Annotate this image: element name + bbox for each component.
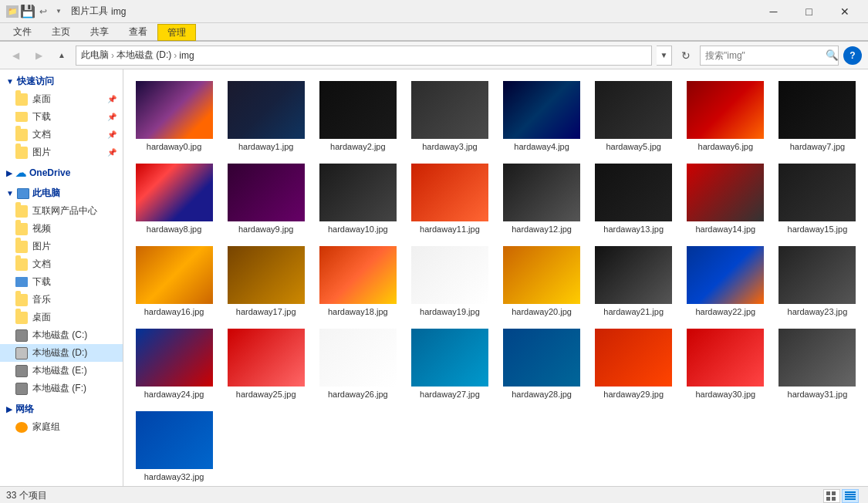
sidebar-item-desktop[interactable]: 桌面 📌 [0, 90, 123, 108]
pin-icon: 📌 [107, 148, 117, 157]
file-name: hardaway18.jpg [328, 307, 388, 316]
file-item[interactable]: hardaway18.jpg [313, 241, 402, 320]
file-item[interactable]: hardaway16.jpg [130, 241, 218, 320]
up-button[interactable]: ▲ [52, 46, 71, 65]
folder-icon [15, 258, 28, 271]
sidebar-item-downloads[interactable]: 下载 📌 [0, 108, 123, 126]
file-name: hardaway24.jpg [144, 390, 204, 399]
file-thumbnail [778, 246, 856, 304]
sidebar-item-downloads2[interactable]: 下载 [0, 273, 123, 291]
path-thispc[interactable]: 此电脑 [81, 49, 109, 62]
sidebar-drive-d[interactable]: 本地磁盘 (D:) [0, 344, 123, 362]
file-item[interactable]: hardaway23.jpg [773, 241, 862, 320]
folder-icon [15, 93, 28, 106]
qat-undo[interactable]: ↩ [37, 5, 49, 18]
file-item[interactable]: hardaway7.jpg [773, 76, 862, 155]
qat-dropdown[interactable]: ▼ [52, 5, 65, 18]
file-item[interactable]: hardaway3.jpg [405, 76, 494, 155]
svg-rect-7 [845, 498, 856, 500]
file-item[interactable]: hardaway31.jpg [773, 323, 862, 403]
minimize-button[interactable]: ─ [756, 0, 791, 23]
tab-view[interactable]: 查看 [119, 23, 157, 40]
sidebar-item-homegroup[interactable]: 家庭组 [0, 418, 123, 436]
sidebar-drive-f[interactable]: 本地磁盘 (F:) [0, 380, 123, 397]
file-item[interactable]: hardaway22.jpg [681, 241, 770, 320]
file-item[interactable]: hardaway13.jpg [589, 158, 678, 238]
file-item[interactable]: hardaway6.jpg [681, 76, 770, 155]
forward-button[interactable]: ▶ [29, 46, 48, 65]
search-button[interactable]: 🔍 [826, 46, 839, 66]
file-name: hardaway14.jpg [695, 224, 755, 234]
path-drive[interactable]: 本地磁盘 (D:) [117, 49, 171, 62]
sidebar-item-music[interactable]: 音乐 [0, 291, 123, 309]
file-item[interactable]: hardaway17.jpg [221, 241, 310, 320]
tab-share[interactable]: 共享 [80, 23, 119, 40]
tab-manage[interactable]: 管理 [157, 24, 196, 41]
tab-file[interactable]: 文件 [3, 23, 42, 40]
file-name: hardaway22.jpg [695, 307, 755, 316]
file-item[interactable]: hardaway32.jpg [130, 406, 218, 485]
ribbon-tool-label: 图片工具 [71, 5, 108, 18]
file-item[interactable]: hardaway1.jpg [221, 76, 310, 155]
sidebar-item-internet[interactable]: 互联网产品中心 [0, 202, 123, 220]
file-item[interactable]: hardaway0.jpg [130, 76, 218, 155]
file-item[interactable]: hardaway20.jpg [498, 241, 586, 320]
sidebar-item-desktop2[interactable]: 桌面 [0, 309, 123, 326]
refresh-button[interactable]: ↻ [677, 46, 695, 65]
help-button[interactable]: ? [843, 46, 862, 65]
file-item[interactable]: hardaway29.jpg [589, 323, 678, 403]
file-thumbnail [595, 81, 672, 139]
file-item[interactable]: hardaway27.jpg [405, 323, 494, 403]
file-thumbnail [778, 164, 856, 221]
sidebar-item-pictures2[interactable]: 图片 [0, 238, 123, 255]
thumb-label [173, 439, 176, 442]
file-item[interactable]: hardaway21.jpg [589, 241, 678, 320]
file-item[interactable]: hardaway11.jpg [405, 158, 494, 238]
file-item[interactable]: hardaway15.jpg [773, 158, 862, 238]
file-item[interactable]: hardaway19.jpg [405, 241, 494, 320]
file-name: hardaway8.jpg [147, 224, 202, 234]
file-item[interactable]: hardaway12.jpg [498, 158, 586, 238]
tab-home[interactable]: 主页 [42, 23, 80, 40]
sidebar-drive-c[interactable]: 本地磁盘 (C:) [0, 326, 123, 344]
search-input[interactable] [701, 50, 826, 61]
file-item[interactable]: hardaway5.jpg [589, 76, 678, 155]
sidebar-item-label: 音乐 [32, 293, 51, 306]
file-thumbnail [228, 81, 305, 139]
sidebar-item-documents[interactable]: 文档 📌 [0, 126, 123, 143]
file-name: hardaway9.jpg [238, 224, 294, 234]
file-item[interactable]: hardaway14.jpg [681, 158, 770, 238]
file-item[interactable]: hardaway24.jpg [130, 323, 218, 403]
file-item[interactable]: hardaway8.jpg [130, 158, 218, 238]
file-item[interactable]: hardaway28.jpg [498, 323, 586, 403]
path-folder[interactable]: img [179, 50, 194, 61]
drive-icon-e [15, 365, 28, 377]
view-details[interactable] [842, 489, 859, 503]
file-item[interactable]: hardaway25.jpg [221, 323, 310, 403]
close-button[interactable]: ✕ [827, 0, 862, 23]
file-thumbnail [595, 246, 672, 304]
sidebar-quickaccess-header[interactable]: ▼ 快速访问 [0, 73, 123, 90]
sidebar-item-label: 图片 [32, 146, 51, 159]
file-item[interactable]: hardaway2.jpg [313, 76, 402, 155]
sidebar-network-header[interactable]: ▶ 网络 [0, 400, 123, 418]
sidebar-item-docs2[interactable]: 文档 [0, 255, 123, 273]
sidebar-item-pictures[interactable]: 图片 📌 [0, 143, 123, 161]
file-name: hardaway1.jpg [238, 142, 294, 151]
sidebar-drive-e[interactable]: 本地磁盘 (E:) [0, 362, 123, 380]
drive-icon-d [15, 347, 28, 360]
view-large-icons[interactable] [823, 489, 840, 503]
maximize-button[interactable]: □ [792, 0, 826, 23]
file-item[interactable]: hardaway30.jpg [681, 323, 770, 403]
file-item[interactable]: hardaway9.jpg [221, 158, 310, 238]
file-item[interactable]: hardaway26.jpg [313, 323, 402, 403]
path-dropdown[interactable]: ▼ [657, 46, 672, 66]
file-item[interactable]: hardaway4.jpg [498, 76, 586, 155]
file-thumbnail [136, 81, 213, 139]
sidebar-thispc-header[interactable]: ▼ 此电脑 [0, 184, 123, 202]
file-item[interactable]: hardaway10.jpg [313, 158, 402, 238]
back-button[interactable]: ◀ [6, 46, 25, 65]
qat-save[interactable]: 💾 [22, 5, 34, 18]
sidebar-onedrive-header[interactable]: ▶ ☁ OneDrive [0, 164, 123, 181]
sidebar-item-videos[interactable]: 视频 [0, 220, 123, 238]
